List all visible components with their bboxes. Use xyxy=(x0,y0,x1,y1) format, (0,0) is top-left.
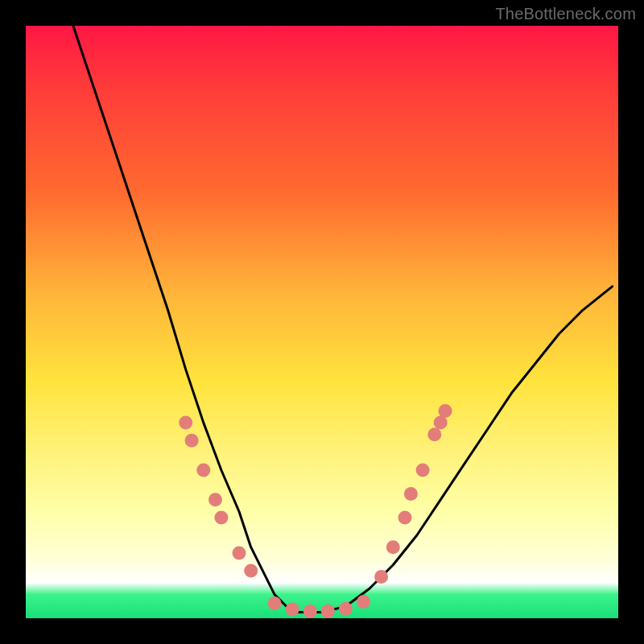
data-point xyxy=(196,464,210,477)
data-point xyxy=(374,570,388,584)
data-point xyxy=(427,427,441,441)
data-point xyxy=(208,493,222,506)
data-point xyxy=(434,416,448,430)
chart-frame: TheBottleneck.com xyxy=(0,0,644,644)
data-point xyxy=(357,595,370,609)
data-point xyxy=(244,564,258,578)
data-point xyxy=(185,434,199,448)
plot-area xyxy=(26,26,618,618)
data-point xyxy=(339,602,353,616)
bottleneck-curve xyxy=(73,26,613,613)
data-point xyxy=(439,404,452,418)
data-point xyxy=(268,597,282,610)
data-point xyxy=(179,416,192,430)
data-point xyxy=(404,487,418,501)
data-point xyxy=(286,603,299,617)
watermark-label: TheBottleneck.com xyxy=(495,5,636,23)
data-point xyxy=(386,540,400,554)
data-point xyxy=(416,464,430,477)
data-point xyxy=(214,510,228,524)
data-point xyxy=(398,510,412,524)
data-point xyxy=(303,605,317,618)
data-point xyxy=(321,605,335,618)
data-point xyxy=(233,547,246,560)
curve-layer xyxy=(26,26,618,618)
